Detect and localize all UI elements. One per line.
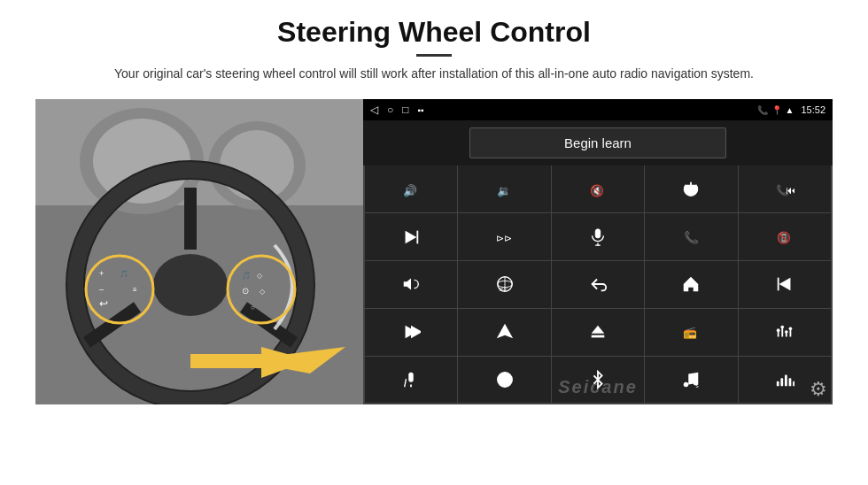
- svg-text:–: –: [99, 285, 104, 294]
- svg-text:◇: ◇: [260, 288, 266, 296]
- power-button[interactable]: [645, 166, 737, 212]
- gear-icon[interactable]: ⚙: [810, 378, 827, 401]
- svg-text:📞: 📞: [684, 229, 700, 244]
- svg-rect-25: [190, 354, 261, 368]
- svg-text:+: +: [99, 269, 104, 278]
- svg-rect-33: [417, 230, 419, 243]
- clock: 15:52: [801, 104, 825, 115]
- svg-text:≡: ≡: [133, 286, 137, 294]
- svg-text:📻: 📻: [683, 326, 698, 340]
- svg-text:🎵: 🎵: [242, 271, 251, 280]
- svg-text:⏮: ⏮: [786, 183, 794, 196]
- equalizer-button[interactable]: [739, 309, 831, 356]
- vol-down-button[interactable]: 🔉: [458, 166, 550, 212]
- svg-rect-72: [777, 381, 779, 387]
- subtitle-text: Your original car's steering wheel contr…: [114, 64, 754, 83]
- location-icon: 📍: [771, 105, 782, 115]
- begin-learn-row: Begin learn: [363, 120, 833, 166]
- svg-point-69: [684, 382, 689, 388]
- home-icon[interactable]: ○: [387, 104, 393, 116]
- wifi-icon: ▲: [786, 105, 794, 115]
- svg-text:◇: ◇: [257, 272, 263, 280]
- svg-rect-76: [793, 381, 794, 387]
- call-button[interactable]: 📞: [645, 213, 737, 260]
- svg-point-59: [785, 330, 788, 334]
- next-track-button[interactable]: [365, 213, 457, 260]
- settings-circle-button[interactable]: [458, 357, 550, 404]
- speaker-button[interactable]: [365, 261, 457, 308]
- svg-text:🔉: 🔉: [496, 183, 511, 197]
- phone-prev-button[interactable]: 📞 ⏮: [739, 166, 831, 212]
- android-panel: ◁ ○ □ ▪▪ 📞 📍 ▲ 15:52 Begin learn: [363, 99, 833, 404]
- svg-line-62: [405, 379, 407, 387]
- svg-text:○: ○: [251, 304, 255, 312]
- svg-text:🔊: 🔊: [403, 183, 418, 197]
- svg-text:s: s: [696, 382, 699, 389]
- seek-button[interactable]: ⊳⊳: [458, 213, 550, 260]
- svg-rect-51: [592, 335, 605, 338]
- title-divider: [416, 54, 452, 57]
- content-area: + – ↩ 🎵 ≡ 🎵 ◇ ⊙ ◇ ○: [35, 99, 833, 404]
- page-title: Steering Wheel Control: [114, 16, 754, 49]
- svg-marker-49: [496, 324, 512, 339]
- svg-text:360°: 360°: [499, 289, 508, 293]
- title-section: Steering Wheel Control Your original car…: [114, 16, 754, 94]
- svg-marker-50: [592, 326, 605, 334]
- svg-point-11: [153, 254, 228, 316]
- svg-text:⊳⊳: ⊳⊳: [496, 232, 512, 242]
- bluetooth-button[interactable]: [552, 357, 644, 404]
- signal-icon: ▪▪: [418, 105, 424, 115]
- svg-point-64: [502, 377, 508, 382]
- svg-text:🎵: 🎵: [120, 269, 128, 278]
- controls-grid: 🔊 🔉 🔇 📞 ⏮: [363, 166, 833, 404]
- svg-text:🔇: 🔇: [590, 183, 605, 197]
- svg-rect-74: [785, 374, 787, 386]
- svg-rect-46: [778, 278, 779, 291]
- svg-point-57: [777, 329, 780, 333]
- microphone2-button[interactable]: [365, 357, 457, 404]
- page-container: Steering Wheel Control Your original car…: [0, 0, 868, 485]
- fast-forward-button[interactable]: [365, 309, 457, 356]
- navigate-button[interactable]: [458, 309, 550, 356]
- svg-point-60: [788, 327, 792, 331]
- svg-marker-40: [404, 279, 411, 290]
- home-button[interactable]: [645, 261, 737, 308]
- radio-button[interactable]: 📻: [645, 309, 737, 356]
- back-button[interactable]: [552, 261, 644, 308]
- svg-rect-73: [780, 378, 783, 386]
- svg-rect-75: [788, 378, 791, 386]
- svg-marker-32: [406, 230, 417, 243]
- status-left-icons: ◁ ○ □ ▪▪: [370, 104, 424, 116]
- mic-button[interactable]: [552, 213, 644, 260]
- svg-text:↩: ↩: [99, 297, 108, 310]
- phone-status-icon: 📞: [757, 105, 768, 115]
- music-button[interactable]: s: [645, 357, 737, 404]
- end-call-button[interactable]: 📵: [739, 213, 831, 260]
- mute-button[interactable]: 🔇: [552, 166, 644, 212]
- steering-wheel-image: + – ↩ 🎵 ≡ 🎵 ◇ ⊙ ◇ ○: [35, 99, 363, 404]
- rewind-button[interactable]: [739, 261, 831, 308]
- begin-learn-button[interactable]: Begin learn: [469, 127, 726, 158]
- vol-up-button[interactable]: 🔊: [365, 166, 457, 212]
- eject-button[interactable]: [552, 309, 644, 356]
- status-bar: ◁ ○ □ ▪▪ 📞 📍 ▲ 15:52: [363, 99, 833, 120]
- svg-marker-48: [411, 326, 421, 339]
- status-right-icons: 📞 📍 ▲ 15:52: [757, 104, 825, 115]
- svg-marker-45: [779, 278, 790, 291]
- svg-text:📵: 📵: [777, 230, 792, 244]
- svg-text:⊙: ⊙: [242, 286, 249, 296]
- 360-button[interactable]: 360°: [458, 261, 550, 308]
- svg-point-58: [780, 326, 784, 329]
- svg-rect-35: [595, 228, 601, 237]
- back-icon[interactable]: ◁: [370, 104, 378, 116]
- recents-icon[interactable]: □: [402, 104, 408, 116]
